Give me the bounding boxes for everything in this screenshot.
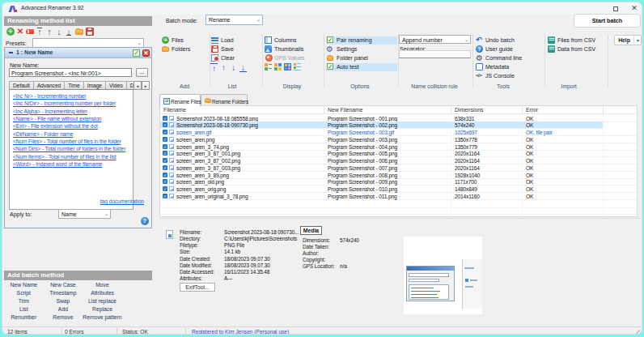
tag-link[interactable]: <Inc NrDir> - Incrementing number per fo… — [13, 100, 133, 107]
add-method-link[interactable]: Renumber — [4, 314, 44, 322]
row-checkbox[interactable]: ✓ — [163, 151, 167, 156]
tag-link[interactable]: <Num Files> - Total number of files in t… — [13, 138, 133, 145]
maximize-button[interactable] — [612, 5, 620, 13]
row-checkbox[interactable]: ✓ — [163, 179, 167, 184]
view-large-icons-icon[interactable] — [274, 63, 282, 70]
help-dropdown-icon[interactable]: ▼ — [634, 36, 642, 45]
table-row[interactable]: ✓ screen_aren_3_87_001.png Program Scree… — [160, 150, 637, 157]
clear-methods-icon[interactable] — [26, 29, 34, 34]
tag-link[interactable]: <Inc Alpha> - Incrementing letter — [13, 108, 133, 115]
view-grid-icon[interactable] — [284, 63, 291, 70]
presets-label: Presets: — [6, 40, 27, 47]
row-checkbox[interactable]: ✓ — [163, 173, 167, 177]
tab-rename-files[interactable]: Rename Files — [159, 94, 201, 106]
load-preset-icon[interactable] — [75, 29, 83, 35]
add-method-link[interactable]: Swap — [44, 297, 83, 305]
table-row[interactable]: ✓ screen_aren_original_3_78.png Program … — [160, 193, 637, 200]
table-row[interactable]: ✓ screen_aren.png Program Screenshot - 0… — [160, 136, 637, 143]
batch-mode-dropdown[interactable]: Rename⌄ — [205, 15, 263, 25]
user-guide-icon: ? — [476, 45, 483, 53]
row-checkbox[interactable]: ✓ — [163, 186, 167, 191]
col-error[interactable]: Error — [526, 107, 538, 113]
row-checkbox[interactable]: ✓ — [163, 137, 167, 142]
table-row[interactable]: ✓ screen_aren_3_87_003.png Program Scree… — [160, 164, 637, 172]
tag-link[interactable]: <Num Dirs> - Total number of folders in … — [13, 145, 133, 152]
method-enabled-checkbox[interactable]: ✓ — [133, 49, 140, 57]
row-checkbox[interactable]: ✓ — [163, 144, 167, 149]
tag-link[interactable]: <Name> - File name without extension — [13, 115, 133, 122]
add-method-link[interactable]: List — [4, 305, 44, 314]
table-row[interactable]: ✓ screen_aren_orig.png Program Screensho… — [160, 186, 637, 193]
tab-scroll-right-icon[interactable]: ▸ — [142, 81, 150, 90]
row-checkbox[interactable]: ✓ — [163, 130, 167, 134]
add-method-link[interactable]: Script — [4, 289, 44, 297]
move-top-button[interactable]: ↑ — [210, 63, 218, 72]
tag-link[interactable]: <Num Items> - Total number of files in t… — [13, 153, 133, 160]
method-help-icon[interactable]: ? — [141, 217, 149, 225]
collapse-icon[interactable] — [9, 52, 13, 53]
view-small-icons-icon[interactable] — [294, 63, 301, 70]
move-up-button[interactable]: ↑ — [220, 63, 227, 72]
move-bottom-icon[interactable]: ↓ — [65, 28, 73, 36]
new-name-input[interactable]: Program Screenshot - <Inc Nr:001> — [9, 68, 132, 77]
help-button[interactable]: Help ▼ — [614, 35, 642, 45]
add-method-link[interactable]: Remove — [44, 314, 83, 322]
add-method-link[interactable]: List replace — [83, 297, 122, 305]
col-filename[interactable]: Filename — [163, 107, 186, 113]
separator-input[interactable] — [399, 50, 471, 58]
exiftool-button[interactable]: ExifTool... — [180, 283, 215, 292]
add-method-link[interactable]: Timestamp — [44, 289, 83, 297]
col-new-filename[interactable]: New Filename — [328, 107, 362, 113]
add-method-icon[interactable]: + — [6, 28, 15, 36]
add-method-link[interactable]: Remove pattern — [83, 314, 122, 322]
tag-link[interactable]: <Word> - Indexed word of the filename — [13, 160, 133, 168]
display-group-label: Display — [283, 83, 301, 89]
pair-renaming-checkbox[interactable]: ✓ — [327, 36, 333, 43]
resize-grip[interactable] — [634, 330, 640, 335]
tab-rename-folders[interactable]: Rename Folders — [201, 94, 248, 106]
tag-link[interactable]: <Ext> - File extension without the dot — [13, 122, 133, 130]
row-checkbox[interactable]: ✓ — [163, 158, 167, 163]
auto-test-checkbox[interactable]: ✓ — [327, 63, 333, 70]
row-checkbox[interactable]: ✓ — [163, 194, 167, 198]
add-method-link[interactable]: New Name — [4, 281, 44, 289]
rename-folders-icon — [205, 99, 211, 103]
tag-documentation-link[interactable]: tag documentation — [5, 198, 144, 204]
add-method-link[interactable]: Trim — [4, 297, 44, 305]
media-tab[interactable]: Media — [300, 226, 322, 235]
move-top-icon[interactable]: ↑ — [36, 28, 44, 36]
close-button[interactable]: ✕ — [629, 3, 639, 13]
row-checkbox[interactable]: ✓ — [163, 122, 167, 127]
view-details-icon[interactable] — [265, 63, 272, 70]
add-method-link[interactable]: Replace — [83, 305, 122, 314]
add-method-link[interactable]: Move — [83, 281, 122, 289]
row-checkbox[interactable]: ✓ — [163, 165, 167, 170]
table-row[interactable]: ✓ screen_aren_3_87_002.png Program Scree… — [160, 157, 637, 164]
row-checkbox[interactable]: ✓ — [163, 116, 167, 121]
col-dimensions[interactable]: Dimensions — [455, 107, 484, 113]
tag-link[interactable]: <Inc Nr> - Incrementing number — [13, 92, 133, 100]
table-row[interactable]: ✓ Screenshot 2023-08-18 090730.png Progr… — [160, 122, 603, 129]
add-method-link[interactable]: Add — [44, 305, 83, 314]
option-pair-renaming[interactable]: ✓ Pair renaming — [326, 36, 397, 45]
option-auto-test[interactable]: ✓ Auto test — [326, 63, 397, 71]
remove-method-icon[interactable]: ✕ — [16, 28, 24, 36]
method-window-titlebar[interactable]: 1 : New Name ✓ ✕ — [5, 48, 151, 58]
browse-tags-button[interactable]: ... — [136, 68, 148, 77]
save-preset-icon[interactable] — [86, 28, 94, 36]
start-batch-button[interactable]: Start batch — [574, 14, 641, 28]
move-up-icon[interactable]: ↑ — [45, 28, 53, 36]
table-row[interactable]: ✓ screen_aren.gif Program Screenshot - 0… — [160, 129, 637, 136]
apply-to-dropdown[interactable]: Name⌄ — [58, 209, 111, 219]
tag-link[interactable]: <DirName> - Folder name — [13, 130, 133, 138]
method-close-button[interactable]: ✕ — [142, 49, 150, 57]
collision-rule-dropdown[interactable]: Append number⌄ — [399, 35, 471, 45]
add-method-link[interactable]: New Case — [44, 281, 83, 289]
move-bottom-button[interactable]: ↓ — [239, 63, 247, 72]
table-row[interactable]: ✓ screen_aren_old.png Program Screenshot… — [160, 178, 637, 186]
move-down-icon[interactable]: ↓ — [55, 28, 63, 36]
tab-scroll-left-icon[interactable]: ◂ — [133, 81, 142, 90]
add-method-link[interactable]: Attributes — [83, 289, 122, 297]
move-down-button[interactable]: ↓ — [230, 63, 237, 72]
save-icon — [211, 45, 218, 53]
